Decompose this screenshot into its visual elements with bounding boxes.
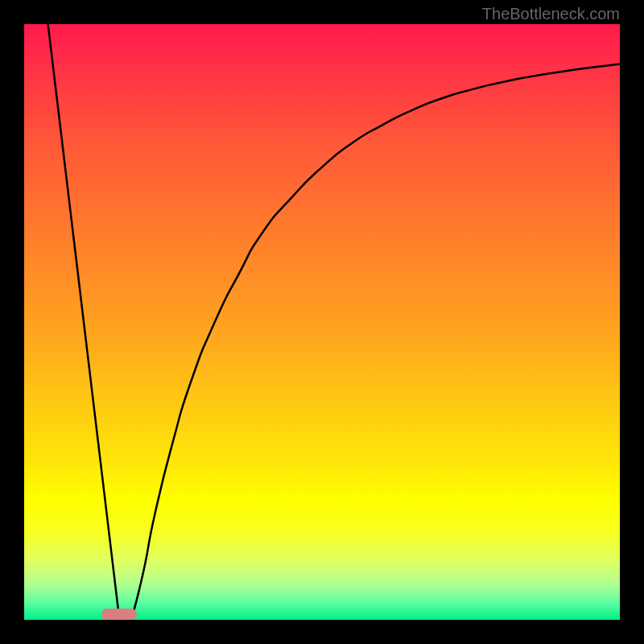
right-curve bbox=[131, 64, 620, 620]
chart-curves bbox=[24, 24, 620, 620]
chart-area bbox=[24, 24, 620, 620]
watermark-text: TheBottleneck.com bbox=[482, 5, 620, 23]
bottleneck-marker bbox=[101, 609, 137, 620]
left-line bbox=[48, 24, 120, 620]
